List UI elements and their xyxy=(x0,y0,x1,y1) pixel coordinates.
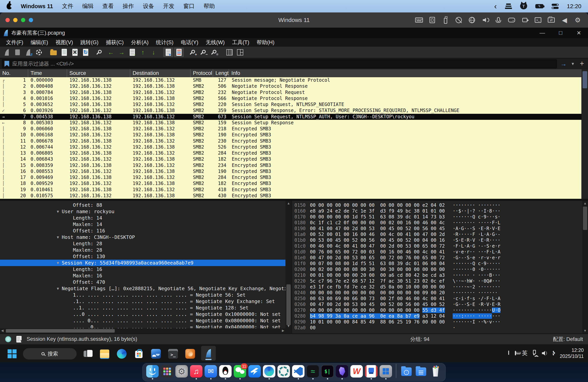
hex-bytes[interactable]: 00 63 00 69 00 66 00 73 00 2f 00 46 00 4… xyxy=(310,296,445,301)
taskbar-wireshark-active[interactable] xyxy=(201,347,216,361)
dock-vscode-icon[interactable] xyxy=(292,365,305,380)
resize-columns-button[interactable] xyxy=(225,48,234,57)
detail-tree-line[interactable]: .... 0... .... .... .... .... .... .... … xyxy=(0,318,285,324)
expand-arrow-icon[interactable]: ▼ xyxy=(57,285,59,292)
hex-row[interactable]: 024000 00 00 00 00 00 00 00 00 00 00 00 … xyxy=(292,290,582,296)
packet-row[interactable]: │140.006843192.168.136.132192.168.136.13… xyxy=(0,156,581,162)
volume-icon[interactable] xyxy=(542,351,547,356)
hex-bytes[interactable]: 00 53 00 45 00 52 00 56 00 45 00 52 00 0… xyxy=(310,237,445,243)
detail-tree-line[interactable]: ▼Negotiate Flags […]: 0xe2888215, Negoti… xyxy=(0,285,285,292)
taskbar-search[interactable]: 搜索 xyxy=(23,348,77,360)
maximize-button[interactable]: □ xyxy=(551,28,570,38)
menubar-item-5[interactable]: 开发 xyxy=(163,2,174,10)
dock-edge-icon[interactable] xyxy=(263,365,275,380)
detail-tree-line[interactable]: 1... .... .... .... .... .... .... .... … xyxy=(0,292,285,298)
hex-bytes[interactable]: e8 a9 24 e2 de 7c 1e 3f d3 f9 49 bc 38 0… xyxy=(310,208,445,214)
scroll-up-icon[interactable]: ▲ xyxy=(285,202,292,205)
scrollbar-thumb[interactable] xyxy=(583,207,587,230)
hex-bytes[interactable]: 00 52 00 01 00 16 00 46 00 4c 00 41 00 4… xyxy=(310,232,445,237)
hex-row[interactable]: 02a000· xyxy=(292,325,582,331)
detail-tree-line[interactable]: Length: 16 xyxy=(0,266,285,273)
scroll-down-icon[interactable]: ▼ xyxy=(285,324,292,328)
menubar-item-7[interactable]: 帮助 xyxy=(204,2,215,10)
packet-row[interactable]: │180.009529192.168.136.132192.168.136.13… xyxy=(0,180,581,187)
battery-icon[interactable] xyxy=(553,351,554,355)
menubar-clock[interactable]: 12:20 xyxy=(567,3,581,10)
pane-splitter[interactable] xyxy=(0,199,588,201)
capture-comment-icon[interactable] xyxy=(16,336,21,342)
menubar-item-6[interactable]: 窗口 xyxy=(183,2,195,10)
dock-qq-icon[interactable] xyxy=(219,365,232,380)
packet-row[interactable]: │200.010575192.168.136.132192.168.136.13… xyxy=(0,193,581,199)
detail-tree-line[interactable]: Length: 14 xyxy=(0,215,285,221)
hex-row[interactable]: 01a000 52 00 01 00 16 00 46 00 4c 00 41 … xyxy=(292,232,582,237)
dock-system-settings-icon[interactable]: ⚙ xyxy=(175,365,188,380)
hex-row[interactable]: 0230e3 1f ce fb fd 7e ce 32 d5 0a 00 10 … xyxy=(292,284,582,290)
hex-row[interactable]: 01d000 76 00 65 00 72 00 03 00 16 00 46 … xyxy=(292,249,582,255)
detail-tree-line[interactable]: .1.. .... .... .... .... .... .... .... … xyxy=(0,298,285,305)
microphone-icon[interactable] xyxy=(494,16,503,24)
display-filter-input[interactable]: 应用显示过滤器 ... <Ctrl-/> xyxy=(2,59,557,68)
go-to-packet-button[interactable]: → xyxy=(127,48,137,57)
hex-bytes[interactable]: 00 00 00 00 00 1d f5 51 63 08 39 dc 01 1… xyxy=(310,214,445,220)
keyboard-icon[interactable] xyxy=(415,16,423,24)
keyboard-layout-icon[interactable] xyxy=(515,351,516,355)
capture-options-button[interactable] xyxy=(34,48,44,57)
expand-arrow-icon[interactable]: ▼ xyxy=(57,234,59,240)
hex-row[interactable]: 029010 01 00 00 00 84 85 49 88 06 25 19 … xyxy=(292,319,582,325)
usb-icon[interactable] xyxy=(441,16,450,24)
hex-bytes[interactable]: b4 98 99 3a 0a ce aa 96 0e ea 8a b7 e9 a… xyxy=(310,313,445,319)
ime-indicator-icon[interactable]: 英 xyxy=(522,349,527,357)
packet-row[interactable]: ┌10.000000192.168.136.138192.168.136.132… xyxy=(0,77,581,83)
layout-button[interactable] xyxy=(235,48,245,57)
packet-row[interactable]: │170.009469192.168.136.138192.168.136.13… xyxy=(0,174,581,180)
hex-row[interactable]: 02205c c7 96 7e e2 68 57 12 7f ac 30 51 … xyxy=(292,278,582,284)
save-file-button[interactable] xyxy=(59,48,69,57)
taskbar-performance-app[interactable] xyxy=(150,348,162,360)
packet-row[interactable]: │160.008553192.168.136.132192.168.136.13… xyxy=(0,169,581,174)
scrollbar-thumb[interactable] xyxy=(583,71,587,88)
wireshark-menu-1[interactable]: 编辑(E) xyxy=(27,38,52,47)
hex-bytes[interactable]: 00 46 00 4c 00 41 00 47 00 2d 00 53 00 6… xyxy=(310,243,445,249)
detail-tree-line[interactable]: Maxlen: 28 xyxy=(0,247,285,253)
no-disc-icon[interactable] xyxy=(454,16,463,24)
taskbar-terminal[interactable] xyxy=(167,348,179,360)
menubar-item-4[interactable]: 设备 xyxy=(143,2,154,10)
menubar-item-1[interactable]: 编辑 xyxy=(82,2,94,10)
column-header-time[interactable]: Time xyxy=(28,69,67,77)
hex-bytes[interactable]: 00 00 00 00 00 00 00 00 00 00 00 00 00 0… xyxy=(310,290,445,296)
detail-vertical-scrollbar[interactable]: ▲ ▼ xyxy=(285,201,292,334)
packet-row[interactable]: │20.000408192.168.136.132192.168.136.138… xyxy=(0,83,581,89)
packet-row[interactable]: ←80.005303192.168.136.132192.168.136.138… xyxy=(0,120,581,126)
dock-activity-monitor-icon[interactable]: ≈ xyxy=(306,365,319,380)
hex-bytes[interactable]: 5c c7 96 7e e2 68 57 12 7f ac 30 51 23 0… xyxy=(310,278,445,284)
wireshark-menu-5[interactable]: 分析(A) xyxy=(127,38,152,47)
detail-tree-line[interactable]: ▼Session Key: 55d34fb498993a0aceaa960eea… xyxy=(0,260,285,266)
scroll-down-icon[interactable]: ▼ xyxy=(582,329,588,333)
hex-bytes[interactable]: 00 47 00 2d 00 53 00 45 00 52 00 56 00 4… xyxy=(310,301,445,307)
expand-arrow-icon[interactable]: ▼ xyxy=(57,208,59,215)
wireshark-menu-8[interactable]: 无线(W) xyxy=(202,38,228,47)
dock-wps-office-icon[interactable]: W xyxy=(350,365,363,380)
settings-gear-icon[interactable]: ⚙ xyxy=(573,16,582,24)
hex-bytes[interactable]: 00 xyxy=(310,325,315,331)
dock-downloads-folder-icon[interactable]: ↓ xyxy=(400,365,413,380)
dock-launchpad-icon[interactable] xyxy=(161,365,173,380)
network-icon[interactable] xyxy=(533,351,536,355)
dock-windows-vm-icon[interactable] xyxy=(379,365,392,380)
hex-row[interactable]: 01f000 07 00 08 00 1d f5 51 63 08 39 dc … xyxy=(292,261,582,266)
go-forward-button[interactable]: → xyxy=(117,48,126,57)
column-header-destination[interactable]: Destination xyxy=(130,69,190,77)
colorize-button[interactable] xyxy=(174,48,184,57)
hex-bytes[interactable]: 00 47 00 2d 00 53 00 65 00 72 00 76 00 6… xyxy=(310,255,445,261)
packet-row[interactable]: │40.001016192.168.136.132192.168.136.138… xyxy=(0,95,581,102)
menubar-item-3[interactable]: 操作 xyxy=(123,2,134,10)
active-app-name[interactable]: Windows 11 xyxy=(21,3,53,10)
hex-row[interactable]: 025000 63 00 69 00 66 00 73 00 2f 00 46 … xyxy=(292,296,582,301)
filter-add-button[interactable]: + xyxy=(578,59,586,68)
dock-wechat-icon[interactable]: 11 xyxy=(233,365,246,380)
packet-row[interactable]: │30.000784192.168.136.138192.168.136.132… xyxy=(0,89,581,95)
hex-bytes[interactable]: 00 02 00 00 00 08 00 30 00 30 00 00 00 0… xyxy=(310,266,445,272)
hex-row[interactable]: 01e000 47 00 2d 00 53 00 65 00 72 00 76 … xyxy=(292,255,582,261)
filter-apply-button[interactable]: → xyxy=(559,60,568,67)
